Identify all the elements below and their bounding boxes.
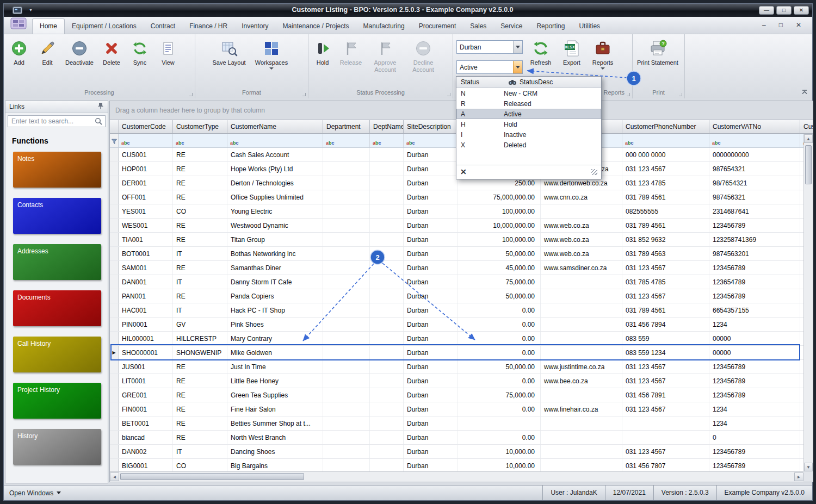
column-header-department[interactable]: Department [323,120,370,133]
filter-cell-customertype[interactable]: abc [173,134,227,147]
ribbon-close-icon[interactable]: ✕ [796,21,801,29]
edit-button[interactable]: Edit [33,36,61,66]
quick-access-app-icon[interactable] [13,7,22,16]
approve-account-button[interactable]: Approve Account [366,36,404,73]
tab-procurement[interactable]: Procurement [412,19,463,34]
tab-inventory[interactable]: Inventory [234,19,275,34]
table-row-sho000001[interactable]: ▶SHO000001SHONGWENIPMike GoldwenDurban0.… [110,346,813,360]
table-row-sam001[interactable]: SAM001RESamanthas DinerDurban45,000.00ww… [110,261,813,275]
view-button[interactable]: View [154,36,182,66]
ribbon-minimize-icon[interactable]: – [762,21,766,29]
table-row-bot0001[interactable]: BOT0001ITBothas Networking incDurban50,0… [110,247,813,261]
sidebar-tile-project-history[interactable]: Project History [13,383,101,419]
column-header-customertype[interactable]: CustomerType [173,120,227,133]
status-option-new-crm[interactable]: NNew - CRM [456,88,601,98]
horizontal-scrollbar-thumb[interactable] [120,473,304,480]
table-row-big0001[interactable]: BIG0001COBig BargainsDurban10,000.00031 … [110,459,813,472]
quick-access-caret-icon[interactable]: ▼ [29,8,33,12]
collapse-ribbon-icon[interactable] [801,87,808,97]
filter-cell-customername[interactable]: abc [227,134,323,147]
table-row-off001[interactable]: OFF001REOffice Supplies UnlimitedDurban7… [110,190,813,204]
minimize-button[interactable]: — [759,6,774,15]
pin-icon[interactable] [97,102,104,111]
filter-cell-department[interactable]: abc [323,134,370,147]
tab-maintenance-projects[interactable]: Maintenance / Projects [276,19,356,34]
sidebar-tile-notes[interactable]: Notes [13,152,101,188]
scroll-right-arrow-icon[interactable]: ► [794,472,803,481]
status-combo-dropdown-button[interactable] [513,61,522,73]
table-row-lit0001[interactable]: LIT0001RELittle Bee HoneyDurban0.00www.b… [110,374,813,388]
status-column-header[interactable]: Status [456,78,508,86]
hold-button[interactable]: Hold [310,36,336,66]
save-layout-button[interactable]: Save Layout [208,36,250,66]
search-input[interactable] [8,115,106,127]
table-row-hac001[interactable]: HAC001ITHack PC - IT ShopDurban0.00031 7… [110,303,813,318]
scroll-down-arrow-icon[interactable]: ▼ [804,463,813,471]
ribbon-restore-icon[interactable]: □ [779,21,783,29]
filter-cell-customercode[interactable]: abc [119,134,173,147]
table-row-wes001[interactable]: WES001REWestwood DynamicDurban10,000,000… [110,219,813,233]
column-header-cus[interactable]: Cus [800,120,813,133]
table-row-dan001[interactable]: DAN001ITDanny Storm IT CafeDurban75,000.… [110,275,813,289]
export-button[interactable]: XLSX Export [557,36,587,66]
column-header-customervatno[interactable]: CustomerVATNo [709,120,800,133]
filter-cell-sitedescription[interactable]: abc [404,134,458,147]
sidebar-tile-documents[interactable]: Documents [13,290,101,326]
sync-button[interactable]: Sync [126,36,154,66]
status-option-active[interactable]: AActive [456,109,601,119]
resize-grip-icon[interactable] [591,169,597,175]
table-row-fin0001[interactable]: FIN0001REFine Hair SalonDurban0.00www.fi… [110,402,813,416]
status-option-released[interactable]: RReleased [456,98,601,109]
tab-finance-hr[interactable]: Finance / HR [182,19,234,34]
table-row-pin0001[interactable]: PIN0001GVPink ShoesDurban0.00031 456 789… [110,318,813,332]
column-header-customername[interactable]: CustomerName [227,120,323,133]
column-header-sitedescription[interactable]: SiteDescription [404,120,458,133]
tab-home[interactable]: Home [32,18,65,34]
sidebar-tile-contacts[interactable]: Contacts [13,198,101,234]
delete-button[interactable]: Delete [97,36,126,66]
tab-contract[interactable]: Contract [144,19,182,34]
scroll-up-arrow-icon[interactable]: ▲ [804,134,813,143]
app-logo-icon[interactable] [10,17,27,32]
filter-cell-customerphonenumber[interactable]: abc [622,134,709,147]
statusdesc-column-header[interactable]: StatusDesc [508,78,553,86]
tab-reporting[interactable]: Reporting [529,19,572,34]
tab-manufacturing[interactable]: Manufacturing [356,19,412,34]
open-windows-button[interactable]: Open Windows [4,489,66,497]
column-header-customerphonenumber[interactable]: CustomerPhoneNumber [622,120,709,133]
reports-button[interactable]: Reports [587,36,619,70]
scroll-left-arrow-icon[interactable]: ◄ [110,472,119,481]
filter-cell-customervatno[interactable]: abc [709,134,800,147]
table-row-gre001[interactable]: GRE001REGreen Tea SuppliesDurban75,000.0… [110,388,813,402]
tab-sales[interactable]: Sales [463,19,493,34]
filter-cell-deptname[interactable]: abc [370,134,404,147]
refresh-button[interactable]: Refresh [525,36,557,66]
table-row-bet0001[interactable]: BET0001REBetties Summer Shop at t...Durb… [110,416,813,431]
site-filter-combo[interactable]: Durban [456,40,523,54]
table-row-yes001[interactable]: YES001COYoung ElectricDurban100,000.0008… [110,204,813,219]
deactivate-button[interactable]: Deactivate [61,36,97,66]
table-row-biancad[interactable]: biancadRENorth West BranchDurban0.000 [110,431,813,445]
vertical-scrollbar[interactable]: ▲ ▼ [803,134,813,471]
status-option-hold[interactable]: HHold [456,119,601,129]
workspaces-button[interactable]: Workspaces [250,36,293,70]
print-statement-button[interactable]: ? Print Statement [634,36,682,66]
tab-service[interactable]: Service [493,19,529,34]
vertical-scrollbar-thumb[interactable] [805,145,812,184]
table-row-dan002[interactable]: DAN002ITDancing ShoesDurban10,000.00031 … [110,445,813,459]
table-row-hil000001[interactable]: HIL000001HILLCRESTPMary ContraryDurban0.… [110,332,813,346]
table-row-tia001[interactable]: TIA001RETitan GroupDurban100,000.00www.w… [110,233,813,247]
column-header-deptname[interactable]: DeptName [370,120,404,133]
sidebar-tile-addresses[interactable]: Addresses [13,244,101,280]
horizontal-scrollbar[interactable]: ◄ ► [110,471,803,482]
tab-equipment-locations[interactable]: Equipment / Locations [65,19,144,34]
sidebar-tile-call-history[interactable]: Call History [13,337,101,372]
table-row-jus001[interactable]: JUS001REJust In TimeDurban50,000.00www.j… [110,360,813,374]
status-filter-combo[interactable]: Active [456,60,523,74]
clear-filter-icon[interactable]: ✕ [460,167,467,176]
table-row-pan001[interactable]: PAN001REPanda CopiersDurban50,000.00031 … [110,289,813,303]
decline-account-button[interactable]: Decline Account [404,36,442,73]
column-header-customercode[interactable]: CustomerCode [119,120,173,133]
maximize-button[interactable]: □ [776,6,792,15]
status-option-deleted[interactable]: XDeleted [456,140,601,150]
